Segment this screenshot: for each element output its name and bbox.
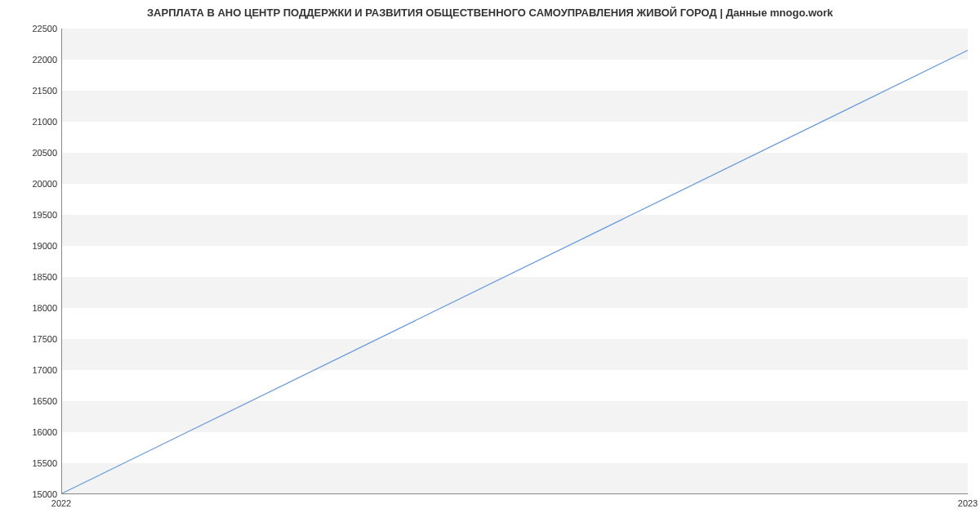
y-tick-label: 16500 bbox=[32, 396, 57, 406]
y-tick-label: 20000 bbox=[32, 179, 57, 189]
y-tick-label: 22500 bbox=[32, 24, 57, 33]
y-tick-label: 21500 bbox=[32, 86, 57, 96]
y-tick-label: 17000 bbox=[32, 365, 57, 375]
y-tick-label: 18000 bbox=[32, 303, 57, 313]
x-tick-label: 2023 bbox=[958, 498, 978, 508]
y-tick-label: 19500 bbox=[32, 210, 57, 220]
y-tick-label: 20500 bbox=[32, 148, 57, 158]
plot-area bbox=[61, 29, 968, 494]
y-tick-label: 17500 bbox=[32, 334, 57, 344]
chart-line-svg bbox=[62, 29, 968, 493]
x-tick-label: 2022 bbox=[51, 498, 71, 508]
data-line bbox=[62, 51, 968, 493]
y-tick-label: 19000 bbox=[32, 241, 57, 251]
y-tick-label: 18500 bbox=[32, 272, 57, 282]
y-tick-label: 22000 bbox=[32, 55, 57, 65]
y-tick-label: 15500 bbox=[32, 458, 57, 468]
y-tick-label: 21000 bbox=[32, 117, 57, 127]
y-tick-label: 16000 bbox=[32, 427, 57, 437]
chart-title: ЗАРПЛАТА В АНО ЦЕНТР ПОДДЕРЖКИ И РАЗВИТИ… bbox=[0, 7, 980, 19]
